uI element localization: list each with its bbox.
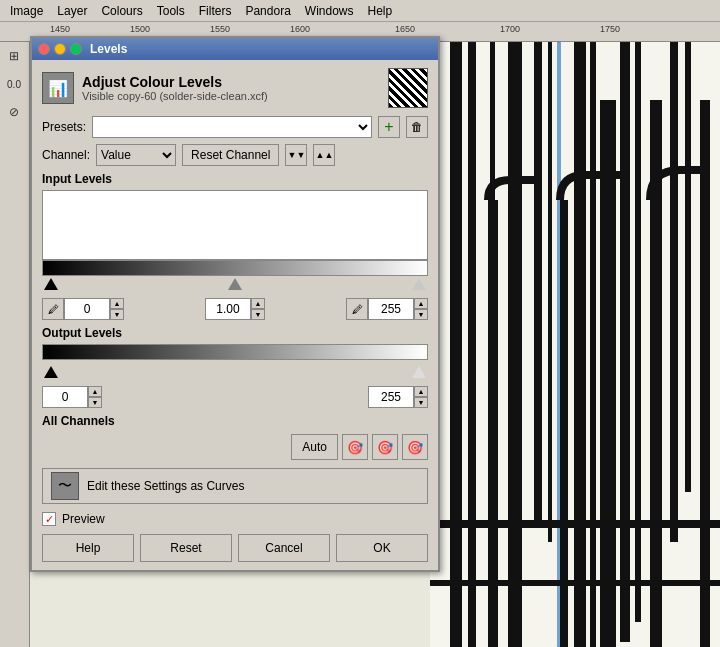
close-button[interactable]: [38, 43, 50, 55]
pick-gray-button[interactable]: 🎯: [372, 434, 398, 460]
bottom-buttons: Help Reset Cancel OK: [42, 534, 428, 562]
levels-dialog: Levels 📊 Adjust Colour Levels Visible co…: [30, 36, 440, 572]
menu-bar: Image Layer Colours Tools Filters Pandor…: [0, 0, 720, 22]
svg-rect-8: [548, 42, 552, 542]
output-black-slider[interactable]: [44, 366, 58, 378]
output-black-group: 0 ▲ ▼: [42, 386, 102, 408]
dialog-main-title: Adjust Colour Levels: [82, 74, 268, 90]
menu-windows[interactable]: Windows: [299, 2, 360, 20]
midtone-arrows: ▲ ▼: [251, 298, 265, 320]
auto-button[interactable]: Auto: [291, 434, 338, 460]
svg-rect-17: [670, 42, 678, 542]
svg-rect-15: [635, 42, 641, 622]
svg-rect-3: [468, 42, 476, 647]
white-point-eyedropper[interactable]: 🖉: [346, 298, 368, 320]
output-white-down[interactable]: ▼: [414, 397, 428, 408]
minimize-button[interactable]: [54, 43, 66, 55]
curves-icon: 〜: [51, 472, 79, 500]
preview-checkbox[interactable]: ✓: [42, 512, 56, 526]
ruler-mark-1650: 1650: [395, 24, 415, 34]
dialog-titlebar: Levels: [32, 38, 438, 60]
ruler-mark-1450: 1450: [50, 24, 70, 34]
preview-row: ✓ Preview: [42, 512, 428, 526]
cancel-button[interactable]: Cancel: [238, 534, 330, 562]
sidebar-tool-2[interactable]: ⊘: [0, 98, 28, 126]
curves-button-label: Edit these Settings as Curves: [87, 479, 244, 493]
view-input-button[interactable]: ▼▼: [285, 144, 307, 166]
ok-button[interactable]: OK: [336, 534, 428, 562]
black-point-eyedropper[interactable]: 🖉: [42, 298, 64, 320]
output-black-up[interactable]: ▲: [88, 386, 102, 397]
edit-as-curves-button[interactable]: 〜 Edit these Settings as Curves: [42, 468, 428, 504]
white-point-input[interactable]: 255: [368, 298, 414, 320]
reset-channel-button[interactable]: Reset Channel: [182, 144, 279, 166]
black-point-up[interactable]: ▲: [110, 298, 124, 309]
svg-rect-6: [490, 42, 495, 202]
ruler-mark-1700: 1700: [500, 24, 520, 34]
svg-rect-10: [560, 200, 568, 647]
midtone-input[interactable]: 1.00: [205, 298, 251, 320]
input-levels-title: Input Levels: [42, 172, 428, 186]
menu-help[interactable]: Help: [362, 2, 399, 20]
svg-rect-12: [590, 42, 596, 647]
menu-tools[interactable]: Tools: [151, 2, 191, 20]
midtone-input-group: 1.00 ▲ ▼: [205, 298, 265, 320]
dialog-header: 📊 Adjust Colour Levels Visible copy-60 (…: [42, 68, 428, 108]
output-white-input[interactable]: 255: [368, 386, 414, 408]
left-sidebar: ⊞ 0.0 ⊘: [0, 42, 30, 647]
output-black-arrows: ▲ ▼: [88, 386, 102, 408]
output-white-up[interactable]: ▲: [414, 386, 428, 397]
output-white-group: 255 ▲ ▼: [368, 386, 428, 408]
ruler-mark-1500: 1500: [130, 24, 150, 34]
midtone-slider[interactable]: [228, 278, 242, 290]
svg-rect-5: [508, 42, 522, 647]
histogram-display: [42, 190, 428, 260]
menu-image[interactable]: Image: [4, 2, 49, 20]
all-channels-title: All Channels: [42, 414, 428, 428]
pick-white-button[interactable]: 🎯: [402, 434, 428, 460]
delete-preset-button[interactable]: 🗑: [406, 116, 428, 138]
add-preset-button[interactable]: +: [378, 116, 400, 138]
presets-select[interactable]: [92, 116, 372, 138]
input-slider-container[interactable]: [42, 276, 428, 294]
white-point-down[interactable]: ▼: [414, 309, 428, 320]
white-point-up[interactable]: ▲: [414, 298, 428, 309]
menu-colours[interactable]: Colours: [95, 2, 148, 20]
white-point-arrows: ▲ ▼: [414, 298, 428, 320]
svg-rect-4: [488, 200, 498, 647]
svg-rect-20: [430, 520, 720, 528]
output-black-input[interactable]: 0: [42, 386, 88, 408]
black-point-input[interactable]: 0: [64, 298, 110, 320]
menu-filters[interactable]: Filters: [193, 2, 238, 20]
input-levels-values: 🖉 0 ▲ ▼ 1.00 ▲ ▼ 🖉 255 ▲ ▼: [42, 298, 428, 320]
menu-pandora[interactable]: Pandora: [239, 2, 296, 20]
reset-button[interactable]: Reset: [140, 534, 232, 562]
thumbnail-preview: [388, 68, 428, 108]
black-point-down[interactable]: ▼: [110, 309, 124, 320]
sidebar-tool-1[interactable]: ⊞: [0, 42, 28, 70]
svg-rect-7: [534, 42, 542, 522]
white-point-slider[interactable]: [412, 278, 426, 290]
ruler-mark-1750: 1750: [600, 24, 620, 34]
view-output-button[interactable]: ▲▲: [313, 144, 335, 166]
svg-rect-11: [574, 42, 586, 647]
midtone-down[interactable]: ▼: [251, 309, 265, 320]
midtone-up[interactable]: ▲: [251, 298, 265, 309]
output-white-arrows: ▲ ▼: [414, 386, 428, 408]
histogram-icon: 📊: [42, 72, 74, 104]
black-point-slider[interactable]: [44, 278, 58, 290]
svg-rect-21: [430, 580, 720, 586]
ruler-mark-1550: 1550: [210, 24, 230, 34]
menu-layer[interactable]: Layer: [51, 2, 93, 20]
pick-black-button[interactable]: 🎯: [342, 434, 368, 460]
help-button[interactable]: Help: [42, 534, 134, 562]
maximize-button[interactable]: [70, 43, 82, 55]
output-white-slider[interactable]: [412, 366, 426, 378]
channel-label: Channel:: [42, 148, 90, 162]
channel-select[interactable]: Value Red Green Blue Alpha: [96, 144, 176, 166]
output-slider-container[interactable]: [42, 364, 428, 382]
output-black-down[interactable]: ▼: [88, 397, 102, 408]
output-gradient-bar: [42, 344, 428, 360]
dialog-title: Levels: [90, 42, 127, 56]
svg-rect-13: [600, 100, 616, 647]
